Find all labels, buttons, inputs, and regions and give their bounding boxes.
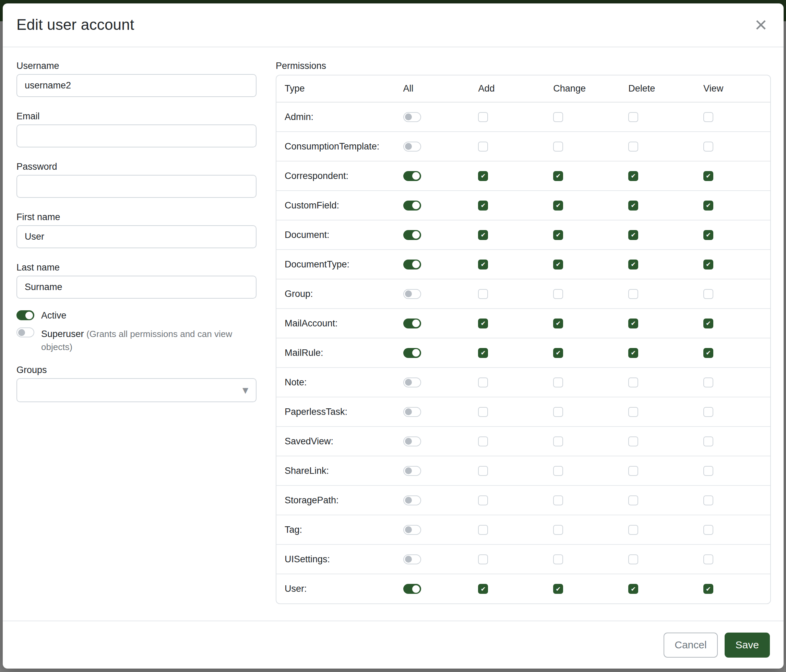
checkbox-add-storagepath[interactable] xyxy=(478,495,488,506)
checkbox-view-mailaccount[interactable]: ✔ xyxy=(703,319,713,328)
checkbox-change-correspondent[interactable]: ✔ xyxy=(553,171,563,181)
checkbox-delete-paperlesstask[interactable] xyxy=(628,407,638,417)
checkbox-view-uisettings[interactable] xyxy=(703,554,713,564)
toggle-all-note[interactable] xyxy=(403,377,421,388)
check-icon: ✔ xyxy=(481,173,486,179)
checkbox-view-savedview[interactable] xyxy=(703,436,713,446)
checkbox-change-note[interactable] xyxy=(553,377,563,388)
checkbox-delete-mailrule[interactable]: ✔ xyxy=(628,348,638,358)
toggle-all-savedview[interactable] xyxy=(403,436,421,446)
checkbox-delete-tag[interactable] xyxy=(628,525,638,535)
checkbox-add-note[interactable] xyxy=(478,377,488,388)
toggle-all-sharelink[interactable] xyxy=(403,466,421,476)
checkbox-delete-storagepath[interactable] xyxy=(628,495,638,506)
toggle-all-consumptiontemplate[interactable] xyxy=(403,141,421,152)
checkbox-add-documenttype[interactable]: ✔ xyxy=(478,259,488,270)
checkbox-view-document[interactable]: ✔ xyxy=(703,230,713,240)
checkbox-delete-mailaccount[interactable]: ✔ xyxy=(628,319,638,328)
checkbox-view-sharelink[interactable] xyxy=(703,466,713,476)
toggle-all-mailrule[interactable] xyxy=(403,348,421,358)
checkbox-change-storagepath[interactable] xyxy=(553,495,563,506)
toggle-all-mailaccount[interactable] xyxy=(403,319,421,328)
last-name-input[interactable] xyxy=(16,276,256,298)
check-icon: ✔ xyxy=(556,320,561,327)
toggle-all-documenttype[interactable] xyxy=(403,259,421,270)
toggle-all-tag[interactable] xyxy=(403,525,421,535)
checkbox-view-note[interactable] xyxy=(703,377,713,388)
checkbox-view-correspondent[interactable]: ✔ xyxy=(703,171,713,181)
checkbox-add-correspondent[interactable]: ✔ xyxy=(478,171,488,181)
checkbox-delete-group[interactable] xyxy=(628,289,638,299)
checkbox-change-mailrule[interactable]: ✔ xyxy=(553,348,563,358)
checkbox-add-admin[interactable] xyxy=(478,112,488,122)
checkbox-view-consumptiontemplate[interactable] xyxy=(703,141,713,152)
checkbox-view-user[interactable]: ✔ xyxy=(703,584,713,594)
checkbox-change-documenttype[interactable]: ✔ xyxy=(553,259,563,270)
checkbox-delete-user[interactable]: ✔ xyxy=(628,584,638,594)
checkbox-change-consumptiontemplate[interactable] xyxy=(553,141,563,152)
checkbox-add-document[interactable]: ✔ xyxy=(478,230,488,240)
close-icon[interactable]: × xyxy=(755,18,767,31)
modal-body: Username Email Password First name Last … xyxy=(3,47,784,620)
checkbox-add-consumptiontemplate[interactable] xyxy=(478,141,488,152)
checkbox-change-sharelink[interactable] xyxy=(553,466,563,476)
checkbox-change-paperlesstask[interactable] xyxy=(553,407,563,417)
checkbox-change-savedview[interactable] xyxy=(553,436,563,446)
toggle-all-user[interactable] xyxy=(403,584,421,594)
checkbox-add-savedview[interactable] xyxy=(478,436,488,446)
checkbox-delete-document[interactable]: ✔ xyxy=(628,230,638,240)
checkbox-add-group[interactable] xyxy=(478,289,488,299)
toggle-all-storagepath[interactable] xyxy=(403,495,421,506)
checkbox-change-customfield[interactable]: ✔ xyxy=(553,201,563,210)
checkbox-change-admin[interactable] xyxy=(553,112,563,122)
first-name-input[interactable] xyxy=(16,225,256,248)
checkbox-delete-documenttype[interactable]: ✔ xyxy=(628,259,638,270)
checkbox-view-paperlesstask[interactable] xyxy=(703,407,713,417)
checkbox-view-group[interactable] xyxy=(703,289,713,299)
checkbox-change-uisettings[interactable] xyxy=(553,554,563,564)
checkbox-delete-note[interactable] xyxy=(628,377,638,388)
checkbox-delete-savedview[interactable] xyxy=(628,436,638,446)
username-input[interactable] xyxy=(16,74,256,97)
checkbox-change-document[interactable]: ✔ xyxy=(553,230,563,240)
email-input[interactable] xyxy=(16,124,256,148)
checkbox-change-mailaccount[interactable]: ✔ xyxy=(553,319,563,328)
checkbox-delete-customfield[interactable]: ✔ xyxy=(628,201,638,210)
checkbox-change-group[interactable] xyxy=(553,289,563,299)
checkbox-add-uisettings[interactable] xyxy=(478,554,488,564)
toggle-all-paperlesstask[interactable] xyxy=(403,407,421,417)
checkbox-view-documenttype[interactable]: ✔ xyxy=(703,259,713,270)
password-input[interactable] xyxy=(16,175,256,198)
toggle-all-group[interactable] xyxy=(403,289,421,299)
toggle-all-uisettings[interactable] xyxy=(403,554,421,564)
checkbox-delete-consumptiontemplate[interactable] xyxy=(628,141,638,152)
toggle-knob xyxy=(412,172,420,180)
checkbox-delete-uisettings[interactable] xyxy=(628,554,638,564)
checkbox-change-tag[interactable] xyxy=(553,525,563,535)
checkbox-delete-correspondent[interactable]: ✔ xyxy=(628,171,638,181)
toggle-all-admin[interactable] xyxy=(403,112,421,122)
checkbox-view-admin[interactable] xyxy=(703,112,713,122)
toggle-all-correspondent[interactable] xyxy=(403,171,421,181)
checkbox-add-tag[interactable] xyxy=(478,525,488,535)
checkbox-add-paperlesstask[interactable] xyxy=(478,407,488,417)
checkbox-add-mailaccount[interactable]: ✔ xyxy=(478,319,488,328)
checkbox-add-user[interactable]: ✔ xyxy=(478,584,488,594)
checkbox-view-mailrule[interactable]: ✔ xyxy=(703,348,713,358)
checkbox-delete-sharelink[interactable] xyxy=(628,466,638,476)
checkbox-change-user[interactable]: ✔ xyxy=(553,584,563,594)
save-button[interactable]: Save xyxy=(725,633,770,658)
active-toggle[interactable] xyxy=(16,310,34,320)
checkbox-view-tag[interactable] xyxy=(703,525,713,535)
checkbox-add-sharelink[interactable] xyxy=(478,466,488,476)
groups-select[interactable]: ▾ xyxy=(16,378,256,402)
superuser-toggle[interactable] xyxy=(16,327,34,338)
cancel-button[interactable]: Cancel xyxy=(663,633,717,658)
checkbox-view-storagepath[interactable] xyxy=(703,495,713,506)
checkbox-delete-admin[interactable] xyxy=(628,112,638,122)
checkbox-add-mailrule[interactable]: ✔ xyxy=(478,348,488,358)
checkbox-add-customfield[interactable]: ✔ xyxy=(478,201,488,210)
toggle-all-customfield[interactable] xyxy=(403,201,421,210)
checkbox-view-customfield[interactable]: ✔ xyxy=(703,201,713,210)
toggle-all-document[interactable] xyxy=(403,230,421,240)
